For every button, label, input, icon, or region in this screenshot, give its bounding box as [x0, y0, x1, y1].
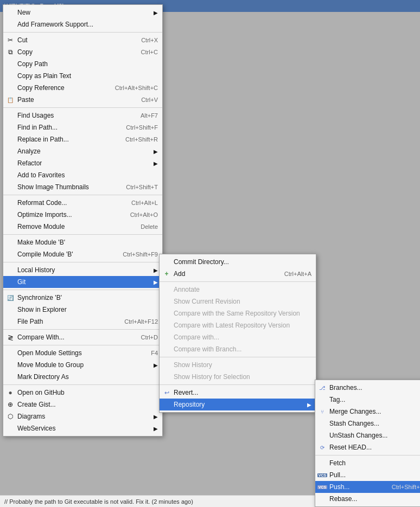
menu-item-move-module-label: Move Module to Group: [17, 361, 84, 369]
menu-item-create-gist-label: Create Gist...: [17, 401, 56, 408]
menu-item-find-in-path[interactable]: Find in Path... Ctrl+Shift+F: [3, 121, 162, 133]
git-submenu: Commit Directory... + Add Ctrl+Alt+A Ann…: [159, 254, 316, 413]
git-compare-latest: Compare with Latest Repository Version: [160, 319, 316, 331]
file-path-shortcut: Ctrl+Alt+F12: [113, 318, 158, 325]
menu-item-new[interactable]: New ▶: [3, 7, 162, 18]
menu-item-optimize-imports[interactable]: Optimize Imports... Ctrl+Alt+O: [3, 209, 162, 221]
arrow-icon: ▶: [154, 279, 158, 285]
menu-item-copy-reference[interactable]: Copy Reference Ctrl+Alt+Shift+C: [3, 82, 162, 94]
git-compare-branch: Compare with Branch...: [160, 343, 316, 355]
repo-unstash-changes[interactable]: UnStash Changes...: [315, 429, 420, 441]
menu-item-open-github[interactable]: ● Open on GitHub: [3, 387, 162, 399]
menu-item-cut-label: Cut: [17, 36, 28, 44]
menu-item-open-module-settings[interactable]: Open Module Settings F4: [3, 347, 162, 359]
menu-item-reformat-code[interactable]: Reformat Code... Ctrl+Alt+L: [3, 197, 162, 209]
repo-fetch[interactable]: Fetch: [315, 457, 420, 469]
menu-item-make-module[interactable]: Make Module 'B': [3, 236, 162, 248]
git-compare-branch-label: Compare with Branch...: [174, 345, 241, 353]
menu-item-show-explorer-label: Show in Explorer: [17, 306, 67, 313]
git-compare-with: Compare with...: [160, 331, 316, 343]
git-commit-directory[interactable]: Commit Directory...: [160, 256, 316, 268]
menu-item-analyze-label: Analyze: [17, 147, 41, 155]
menu-item-mark-dir[interactable]: Mark Directory As: [3, 371, 162, 383]
menu-item-create-gist[interactable]: ⊕ Create Gist...: [3, 399, 162, 410]
repo-rebase-label: Rebase...: [329, 495, 357, 503]
separator: [3, 345, 162, 345]
menu-item-show-thumbnails[interactable]: Show Image Thumbnails Ctrl+Shift+T: [3, 181, 162, 193]
arrow-icon: ▶: [154, 149, 158, 155]
menu-item-show-explorer[interactable]: Show in Explorer: [3, 304, 162, 316]
repo-branches-label: Branches...: [329, 384, 362, 392]
menu-item-copy-plain[interactable]: Copy as Plain Text: [3, 70, 162, 82]
menu-item-compare-with[interactable]: ≷ Compare With... Ctrl+D: [3, 331, 162, 343]
menu-item-synchronize[interactable]: 🔄 Synchronize 'B': [3, 292, 162, 304]
separator: [3, 329, 162, 330]
arrow-icon: ▶: [154, 426, 158, 432]
menu-item-refactor-label: Refactor: [17, 159, 42, 167]
menu-item-copy[interactable]: ⧉ Copy Ctrl+C: [3, 46, 162, 58]
menu-item-open-module-settings-label: Open Module Settings: [17, 349, 82, 357]
create-gist-icon: ⊕: [5, 401, 15, 408]
show-thumbnails-shortcut: Ctrl+Shift+T: [115, 184, 158, 190]
scissors-icon: ✂: [5, 36, 15, 44]
git-add[interactable]: + Add Ctrl+Alt+A: [160, 268, 316, 280]
menu-item-cut[interactable]: ✂ Cut Ctrl+X: [3, 34, 162, 46]
menu-item-copy-path[interactable]: Copy Path: [3, 58, 162, 70]
git-repository[interactable]: Repository ▶: [160, 399, 316, 410]
git-commit-directory-label: Commit Directory...: [174, 258, 229, 266]
menu-item-paste[interactable]: 📋 Paste Ctrl+V: [3, 94, 162, 106]
replace-in-path-shortcut: Ctrl+Shift+R: [114, 136, 158, 143]
repo-stash-changes[interactable]: Stash Changes...: [315, 418, 420, 429]
diagrams-icon: ⬡: [5, 413, 15, 420]
menu-item-replace-in-path-label: Replace in Path...: [17, 136, 69, 143]
github-icon: ●: [5, 389, 15, 396]
menu-item-add-favorites[interactable]: Add to Favorites: [3, 169, 162, 181]
repo-reset-head[interactable]: ⟳ Reset HEAD...: [315, 441, 420, 453]
repo-tag[interactable]: Tag...: [315, 394, 420, 406]
repo-reset-head-label: Reset HEAD...: [329, 444, 372, 451]
menu-item-compile-module-label: Compile Module 'B': [17, 251, 73, 258]
menu-item-find-in-path-label: Find in Path...: [17, 124, 58, 131]
vcs-push-icon: VCS: [317, 485, 327, 489]
repo-push[interactable]: VCS Push... Ctrl+Shift+K: [315, 481, 420, 493]
main-context-menu: New ▶ Add Framework Support... ✂ Cut Ctr…: [3, 4, 163, 437]
menu-item-move-module[interactable]: Move Module to Group ▶: [3, 359, 162, 371]
copy-shortcut: Ctrl+C: [130, 49, 158, 55]
menu-item-copy-label: Copy: [17, 48, 33, 56]
menu-item-diagrams[interactable]: ⬡ Diagrams ▶: [3, 410, 162, 422]
menu-item-copy-reference-label: Copy Reference: [17, 84, 65, 92]
git-revert[interactable]: ↩ Revert...: [160, 387, 316, 399]
git-annotate: Annotate: [160, 284, 316, 296]
paste-shortcut: Ctrl+V: [130, 97, 158, 103]
menu-item-analyze[interactable]: Analyze ▶: [3, 145, 162, 157]
git-compare-latest-label: Compare with Latest Repository Version: [174, 322, 290, 329]
menu-item-webservices-label: WebServices: [17, 425, 55, 432]
repo-branches[interactable]: ⎇ Branches...: [315, 382, 420, 394]
menu-item-add-framework[interactable]: Add Framework Support...: [3, 18, 162, 30]
paste-icon: 📋: [5, 97, 15, 103]
repo-pull[interactable]: VCS Pull...: [315, 469, 420, 481]
menu-item-refactor[interactable]: Refactor ▶: [3, 157, 162, 169]
cut-shortcut: Ctrl+X: [130, 37, 158, 43]
menu-item-find-usages[interactable]: Find Usages Alt+F7: [3, 110, 162, 121]
menu-item-compile-module[interactable]: Compile Module 'B' Ctrl+Shift+F9: [3, 248, 162, 260]
repo-unstash-changes-label: UnStash Changes...: [329, 432, 387, 439]
arrow-icon: ▶: [154, 10, 158, 16]
git-annotate-label: Annotate: [174, 286, 200, 293]
repo-merge-changes[interactable]: ⑂ Merge Changes...: [315, 406, 420, 418]
menu-item-webservices[interactable]: WebServices ▶: [3, 422, 162, 434]
repo-rebase[interactable]: Rebase...: [315, 493, 420, 505]
menu-item-git[interactable]: Git ▶: [3, 276, 162, 288]
repo-stash-changes-label: Stash Changes...: [329, 420, 379, 427]
menu-item-file-path[interactable]: File Path Ctrl+Alt+F12: [3, 316, 162, 328]
menu-item-remove-module[interactable]: Remove Module Delete: [3, 221, 162, 233]
menu-item-replace-in-path[interactable]: Replace in Path... Ctrl+Shift+R: [3, 133, 162, 145]
menu-item-local-history[interactable]: Local History ▶: [3, 264, 162, 276]
git-show-current-revision-label: Show Current Revision: [174, 298, 240, 305]
git-show-history-selection: Show History for Selection: [160, 371, 316, 383]
menu-item-show-thumbnails-label: Show Image Thumbnails: [17, 183, 89, 191]
menu-item-compare-with-label: Compare With...: [17, 333, 65, 341]
menu-item-optimize-imports-label: Optimize Imports...: [17, 211, 72, 219]
copy-icon: ⧉: [5, 48, 15, 56]
menu-item-paste-label: Paste: [17, 96, 34, 104]
